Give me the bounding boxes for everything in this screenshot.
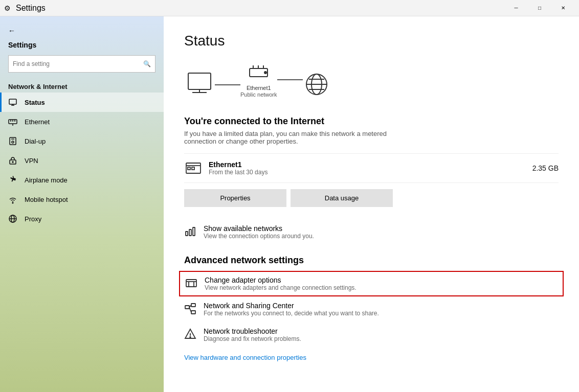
usage-icon — [184, 159, 203, 177]
maximize-button[interactable]: □ — [528, 0, 551, 16]
sidebar-section-title: Network & Internet — [0, 79, 164, 93]
advanced-title: Advanced network settings — [184, 255, 559, 266]
properties-button[interactable]: Properties — [184, 189, 286, 207]
search-icon: 🔍 — [139, 60, 155, 67]
networks-icon — [184, 225, 196, 238]
show-networks-desc: View the connection options around you. — [204, 233, 314, 240]
minimize-button[interactable]: ─ — [504, 0, 528, 16]
sidebar-item-hotspot[interactable]: Mobile hotspot — [0, 190, 164, 209]
sidebar-item-dialup[interactable]: Dial-up — [0, 131, 164, 151]
diag-line-1 — [215, 84, 240, 85]
sharing-title: Network and Sharing Center — [204, 302, 379, 310]
computer-icon — [184, 71, 215, 99]
usage-name: Ethernet1 — [209, 160, 532, 169]
titlebar-controls: ─ □ ✕ — [504, 0, 575, 16]
sidebar-item-label-hotspot: Mobile hotspot — [25, 196, 68, 203]
svg-rect-45 — [191, 311, 195, 314]
show-networks-title: Show available networks — [204, 224, 314, 233]
sidebar-item-status[interactable]: Status — [0, 93, 164, 112]
troubleshooter-desc: Diagnose and fix network problems. — [204, 335, 301, 342]
sidebar-item-label-proxy: Proxy — [25, 215, 41, 223]
sharing-desc: For the networks you connect to, decide … — [204, 310, 379, 317]
sidebar-item-label-status: Status — [25, 99, 45, 106]
sidebar-header: ← — [0, 16, 164, 41]
network-type: Public network — [240, 91, 277, 98]
globe-icon — [303, 71, 331, 99]
view-hardware-link[interactable]: View hardware and connection properties — [184, 354, 559, 361]
show-networks-text: Show available networks View the connect… — [204, 224, 314, 240]
diag-line-2 — [277, 79, 303, 80]
sidebar-item-label-airplane: Airplane mode — [25, 176, 68, 184]
sidebar-item-label-vpn: VPN — [25, 157, 38, 165]
adapter-text: Change adapter options View network adap… — [205, 276, 357, 291]
sidebar-item-airplane[interactable]: Airplane mode — [0, 170, 164, 190]
status-diagram: Ethernet1 Public network — [184, 61, 559, 108]
sidebar: ← Settings 🔍 Network & Internet Status — [0, 16, 164, 392]
sidebar-item-vpn[interactable]: VPN — [0, 151, 164, 170]
status-icon — [8, 98, 18, 107]
usage-sub: From the last 30 days — [209, 169, 532, 176]
sharing-icon — [184, 303, 196, 315]
svg-point-25 — [264, 72, 266, 74]
settings-icon: ⚙ — [4, 4, 11, 12]
content-area: Status Ether — [164, 16, 579, 392]
change-adapter-item[interactable]: Change adapter options View network adap… — [179, 271, 564, 296]
usage-info: Ethernet1 From the last 30 days — [209, 160, 532, 176]
svg-line-47 — [189, 307, 191, 312]
proxy-icon — [8, 214, 18, 223]
connected-title: You're connected to the Internet — [184, 116, 559, 127]
search-input[interactable] — [9, 60, 139, 67]
usage-row: Ethernet1 From the last 30 days 2.35 GB — [184, 153, 559, 183]
dialup-icon — [8, 136, 18, 146]
adapter-title: Change adapter options — [205, 276, 357, 284]
active-indicator — [0, 93, 2, 112]
svg-rect-43 — [185, 306, 189, 309]
adapter-desc: View network adapters and change connect… — [205, 284, 357, 291]
titlebar-left: ⚙ Settings — [4, 4, 46, 13]
data-usage-button[interactable]: Data usage — [291, 189, 393, 207]
app-title: Settings — [0, 41, 164, 55]
svg-point-49 — [190, 337, 191, 338]
sharing-center-item[interactable]: Network and Sharing Center For the netwo… — [184, 296, 559, 322]
sharing-text: Network and Sharing Center For the netwo… — [204, 302, 379, 317]
sidebar-item-ethernet[interactable]: Ethernet — [0, 112, 164, 131]
show-networks-item[interactable]: Show available networks View the connect… — [184, 219, 559, 245]
svg-rect-38 — [193, 227, 195, 236]
svg-rect-37 — [189, 229, 191, 236]
airplane-icon — [8, 175, 18, 185]
connected-desc: If you have a limited data plan, you can… — [184, 130, 409, 145]
sidebar-item-label-dialup: Dial-up — [25, 137, 46, 145]
hotspot-icon — [8, 195, 18, 204]
svg-rect-36 — [186, 232, 188, 236]
svg-rect-39 — [186, 280, 196, 287]
titlebar-title: Settings — [16, 4, 46, 13]
svg-rect-35 — [192, 167, 194, 170]
router-icon-wrap: Ethernet1 Public network — [240, 61, 277, 98]
sidebar-item-label-ethernet: Ethernet — [25, 118, 50, 126]
search-box[interactable]: 🔍 — [8, 55, 155, 73]
troubleshooter-item[interactable]: Network troubleshooter Diagnose and fix … — [184, 322, 559, 348]
troubleshooter-text: Network troubleshooter Diagnose and fix … — [204, 327, 301, 342]
svg-rect-44 — [191, 304, 195, 307]
svg-rect-0 — [9, 99, 16, 104]
titlebar: ⚙ Settings ─ □ ✕ — [0, 0, 579, 16]
svg-point-12 — [12, 162, 13, 163]
main-layout: ← Settings 🔍 Network & Internet Status — [0, 16, 579, 392]
btn-row: Properties Data usage — [184, 189, 559, 207]
svg-rect-34 — [188, 167, 190, 170]
svg-point-13 — [12, 202, 13, 203]
close-button[interactable]: ✕ — [551, 0, 575, 16]
router-icon — [247, 61, 270, 84]
usage-size: 2.35 GB — [532, 164, 559, 172]
svg-point-10 — [12, 141, 14, 143]
ethernet-icon — [8, 117, 18, 126]
adapter-icon — [185, 277, 197, 289]
vpn-icon — [8, 156, 18, 165]
troubleshooter-title: Network troubleshooter — [204, 327, 301, 335]
back-button[interactable]: ← — [8, 25, 15, 37]
network-name: Ethernet1 — [247, 84, 271, 91]
back-icon: ← — [8, 27, 15, 35]
troubleshoot-icon — [184, 328, 196, 340]
page-title: Status — [184, 33, 559, 49]
sidebar-item-proxy[interactable]: Proxy — [0, 209, 164, 228]
